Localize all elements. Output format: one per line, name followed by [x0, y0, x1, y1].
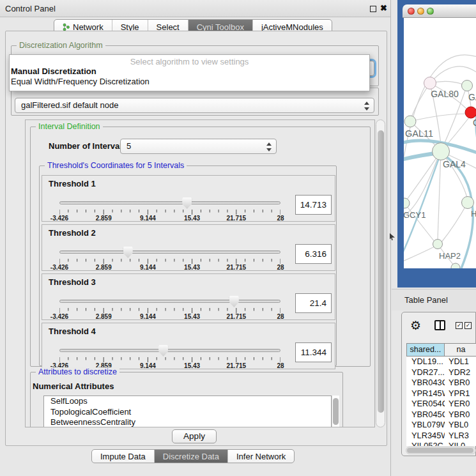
- threshold-slider[interactable]: -3.4262.8599.14415.4321.71528: [59, 296, 280, 319]
- network-node-gcy1[interactable]: [404, 198, 410, 208]
- threshold-slider[interactable]: -3.4262.8599.14415.4321.71528: [59, 345, 280, 368]
- network-edge[interactable]: [404, 247, 434, 262]
- gear-icon[interactable]: ⚙: [410, 318, 421, 333]
- table-row[interactable]: YER054CYER0: [406, 399, 476, 410]
- threshold-value-field[interactable]: 6.316: [295, 244, 332, 264]
- algorithm-prompt-item[interactable]: Select algorithm to view settings: [10, 57, 369, 66]
- network-node-hap2[interactable]: [433, 240, 443, 249]
- close-icon[interactable]: ✖: [380, 3, 387, 13]
- table-data-combobox[interactable]: galFiltered.sif default node: [15, 98, 374, 113]
- close-traffic-light-icon[interactable]: [408, 8, 415, 15]
- table-cell[interactable]: YBL0: [445, 420, 476, 431]
- table-cell[interactable]: YER0: [445, 399, 476, 410]
- control-panel-titlebar[interactable]: Control Panel ✖: [0, 0, 390, 17]
- table-cell[interactable]: YBR043C: [406, 378, 445, 388]
- list-scrollbar[interactable]: [332, 395, 339, 427]
- table-hscrollbar[interactable]: [406, 447, 476, 454]
- table-row[interactable]: YDL19...YDL1: [406, 357, 476, 367]
- table-cell[interactable]: YDL1: [445, 357, 476, 367]
- float-window-icon[interactable]: [370, 6, 376, 12]
- network-node-label: GAL11: [405, 128, 433, 139]
- minimize-traffic-light-icon[interactable]: [417, 8, 424, 15]
- table-row[interactable]: YIL052CYIL0: [406, 441, 476, 446]
- network-node-g[interactable]: [465, 107, 476, 118]
- slider-handle[interactable]: [182, 197, 192, 209]
- tick-label: 9.144: [140, 362, 156, 369]
- network-window-titlebar[interactable]: [403, 4, 476, 18]
- table-row[interactable]: YDR27...YDR2: [406, 367, 476, 378]
- attribute-list-item[interactable]: BetweennessCentrality: [44, 417, 331, 427]
- attribute-list-item[interactable]: TopologicalCoefficient: [44, 407, 331, 418]
- table-column-header[interactable]: shared...: [406, 343, 445, 357]
- table-cell[interactable]: YBL079W: [406, 420, 445, 431]
- algorithm-item-equal-width[interactable]: Equal Width/Frequency Discretization: [10, 77, 369, 87]
- zoom-traffic-light-icon[interactable]: [427, 8, 434, 15]
- network-edge[interactable]: [441, 203, 468, 242]
- slider-handle[interactable]: [229, 296, 239, 307]
- table-cell[interactable]: YDR2: [445, 367, 476, 378]
- threshold-value-field[interactable]: 11.344: [295, 342, 332, 362]
- tab-discretize-data[interactable]: Discretize Data: [155, 450, 228, 463]
- select-all-checkbox-icon[interactable]: ✓: [456, 322, 463, 329]
- network-edge-highlighted[interactable]: [461, 211, 473, 268]
- table-cell[interactable]: YBR045C: [406, 410, 445, 420]
- num-intervals-value: 5: [127, 141, 131, 151]
- table-cell[interactable]: YIL0: [445, 441, 476, 446]
- numerical-attributes-list[interactable]: SelfLoopsTopologicalCoefficientBetweenne…: [43, 395, 332, 427]
- table-row[interactable]: YBL079WYBL0: [406, 420, 476, 431]
- network-canvas[interactable]: GAL80GAGGAL11GAL4GCY1HHAP2: [404, 18, 476, 268]
- table-row[interactable]: YBR043CYBR0: [406, 378, 476, 388]
- network-node-gal80[interactable]: [424, 77, 436, 89]
- network-node-gal11[interactable]: [404, 116, 416, 127]
- tick-label: 2.859: [96, 313, 112, 320]
- threshold-value-field[interactable]: 14.713: [295, 195, 332, 215]
- network-node-h[interactable]: [462, 197, 474, 209]
- panel-scrollbar-thumb[interactable]: [378, 130, 384, 413]
- network-edge[interactable]: [404, 203, 434, 242]
- panel-scrollbar[interactable]: [376, 119, 385, 427]
- split-columns-icon[interactable]: [434, 320, 445, 330]
- table-cell[interactable]: YPR1: [445, 388, 476, 399]
- algorithm-item-manual[interactable]: Manual Discretization: [10, 66, 369, 77]
- threshold-row: Threshold 1-3.4262.8599.14415.4321.71528…: [42, 175, 335, 222]
- slider-handle[interactable]: [123, 247, 133, 258]
- algorithm-dropdown-popup: Select algorithm to view settings Manual…: [9, 54, 370, 91]
- attribute-list-item[interactable]: SelfLoops: [44, 396, 331, 407]
- table-cell[interactable]: YDL19...: [406, 357, 445, 367]
- slider-track[interactable]: [59, 349, 280, 352]
- threshold-value-field[interactable]: 21.4: [295, 293, 332, 313]
- threshold-slider[interactable]: -3.4262.8599.14415.4321.71528: [59, 247, 280, 270]
- tab-impute-data[interactable]: Impute Data: [92, 450, 155, 463]
- slider-track[interactable]: [59, 250, 280, 254]
- slider-handle[interactable]: [158, 345, 168, 357]
- num-intervals-combobox[interactable]: 5: [120, 139, 277, 154]
- tick-label: 15.43: [184, 215, 200, 222]
- table-cell[interactable]: YBR0: [445, 410, 476, 420]
- slider-track[interactable]: [59, 300, 280, 303]
- table-row[interactable]: YBR045CYBR0: [406, 410, 476, 420]
- table-row[interactable]: YPR145WYPR1: [406, 388, 476, 399]
- table-cell[interactable]: YIL052C: [406, 441, 445, 446]
- network-node-ga[interactable]: [462, 81, 473, 91]
- table-cell[interactable]: YPR145W: [406, 388, 445, 399]
- threshold-slider[interactable]: -3.4262.8599.14415.4321.71528: [59, 197, 280, 220]
- table-row[interactable]: YLR345WYLR3: [406, 431, 476, 441]
- tab-infer-network[interactable]: Infer Network: [228, 450, 294, 463]
- tick-label: 21.715: [227, 313, 247, 320]
- table-cell[interactable]: YER054C: [406, 399, 445, 410]
- slider-ticks: [59, 259, 280, 265]
- network-edge[interactable]: [438, 151, 441, 240]
- network-edge[interactable]: [410, 114, 466, 121]
- unselect-all-checkbox-icon[interactable]: ✓: [464, 322, 472, 329]
- table-hscrollbar-thumb[interactable]: [407, 448, 473, 453]
- table-cell[interactable]: YLR345W: [406, 431, 445, 441]
- tick-label: 9.144: [140, 264, 156, 271]
- table-cell[interactable]: YBR0: [445, 378, 476, 388]
- table-column-header[interactable]: na: [445, 343, 476, 357]
- table-cell[interactable]: YDR27...: [406, 367, 445, 378]
- network-node-gal4[interactable]: [433, 143, 450, 160]
- apply-button[interactable]: Apply: [172, 429, 217, 443]
- slider-track[interactable]: [59, 201, 280, 204]
- table-cell[interactable]: YLR3: [445, 431, 476, 441]
- list-scrollbar-thumb[interactable]: [333, 398, 339, 425]
